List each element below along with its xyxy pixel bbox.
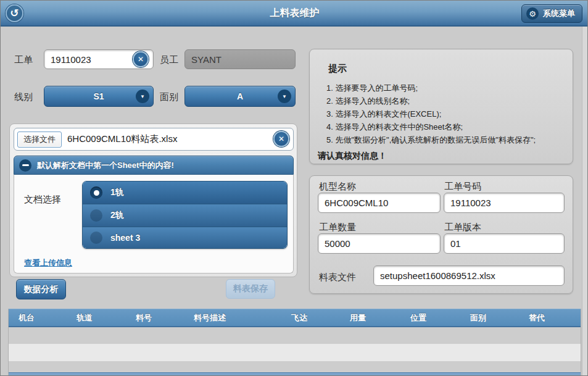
order-version-label: 工单版本 — [444, 222, 481, 233]
sheet-radio-3[interactable]: sheet 3 — [83, 227, 287, 249]
col-track: 轨道 — [67, 312, 126, 324]
upload-section: 选择文件 6HC009CML10料站表.xlsx ✕ 默认解析文档中第一个She… — [9, 123, 297, 277]
col-part-no: 料号 — [126, 312, 184, 324]
table-empty-area — [9, 361, 581, 372]
line-select[interactable]: S1 ▼ — [44, 86, 154, 107]
table-footer-strip — [9, 372, 581, 376]
col-position: 位置 — [400, 312, 460, 324]
sheet-radio-group: 1轨 2轨 sheet 3 — [82, 181, 288, 249]
radio-unselected-icon — [90, 209, 102, 222]
material-table: 机台 轨道 料号 料号描述 飞达 用量 位置 面别 替代 — [8, 309, 581, 376]
order-version-input[interactable] — [444, 233, 565, 254]
system-menu-button[interactable]: ⚙ 系统菜单 — [521, 4, 582, 23]
tips-footer-warning: 请认真核对信息！ — [318, 151, 387, 162]
data-analyze-button[interactable]: 数据分析 — [16, 279, 66, 299]
tip-line: 5. 先做"数据分析",确认系统解析的数据无误后做"料表保存"; — [326, 135, 536, 146]
order-qty-label: 工单数量 — [319, 222, 356, 233]
col-part-desc: 料号描述 — [184, 312, 281, 324]
radio-selected-icon — [90, 186, 102, 199]
tip-line: 4. 选择导入的料表文件中的Sheet名称; — [326, 122, 463, 133]
loading-table-maintenance-window: ↺ 上料表维护 ⚙ 系统菜单 工单 ✕ 员工 线别 S1 ▼ 面别 A ▼ 选择… — [0, 0, 588, 376]
sheet-collapsible-body: 文档选择 1轨 2轨 sheet 3 查看上传信息 — [14, 175, 294, 274]
file-clear-button[interactable]: ✕ — [273, 131, 289, 147]
line-select-value: S1 — [93, 91, 104, 101]
table-row — [9, 327, 581, 344]
collapse-minus-icon — [19, 159, 31, 172]
col-machine: 机台 — [9, 312, 67, 324]
work-order-info-panel: 机型名称 工单号码 工单数量 工单版本 料表文件 — [309, 175, 573, 294]
setup-sheet-file-label: 料表文件 — [319, 272, 356, 283]
sheet-collapsible-header[interactable]: 默认解析文档中第一个Sheet中的内容! — [14, 156, 294, 175]
file-input-row: 选择文件 6HC009CML10料站表.xlsx — [14, 128, 294, 151]
col-usage: 用量 — [340, 312, 400, 324]
line-label: 线别 — [14, 91, 33, 103]
side-select-value: A — [237, 91, 243, 101]
employee-label: 员工 — [160, 54, 178, 66]
selected-file-name: 6HC009CML10料站表.xlsx — [67, 133, 177, 145]
table-row — [9, 344, 581, 361]
sheet-radio-2[interactable]: 2轨 — [83, 204, 287, 226]
page-title: 上料表维护 — [1, 1, 588, 25]
chevron-down-icon: ▼ — [278, 90, 291, 103]
gear-icon: ⚙ — [526, 7, 539, 20]
table-save-button: 料表保存 — [226, 279, 275, 299]
tip-line: 3. 选择导入的料表文件(EXCEL); — [326, 109, 441, 120]
order-qty-input[interactable] — [318, 233, 441, 254]
order-number-input[interactable] — [444, 193, 565, 213]
doc-select-label: 文档选择 — [24, 194, 61, 206]
radio-unselected-icon — [90, 232, 102, 244]
work-order-clear-button[interactable]: ✕ — [133, 51, 149, 67]
model-name-label: 机型名称 — [319, 181, 356, 193]
employee-input — [184, 49, 296, 69]
tips-title: 提示 — [328, 63, 347, 75]
col-substitute: 替代 — [519, 312, 581, 324]
order-number-label: 工单号码 — [444, 181, 481, 193]
setup-sheet-file-input[interactable] — [373, 265, 565, 286]
side-label: 面别 — [160, 91, 178, 103]
work-order-label: 工单 — [14, 54, 33, 66]
chevron-down-icon: ▼ — [136, 90, 149, 103]
clear-x-icon: ✕ — [138, 55, 144, 64]
side-select[interactable]: A ▼ — [184, 86, 296, 107]
sheet-radio-1[interactable]: 1轨 — [83, 182, 287, 204]
tip-line: 1. 选择要导入的工单号码; — [326, 83, 418, 94]
clear-x-icon: ✕ — [278, 135, 284, 143]
collapsible-title: 默认解析文档中第一个Sheet中的内容! — [37, 160, 174, 171]
model-name-input[interactable] — [318, 193, 441, 213]
col-side: 面别 — [460, 312, 519, 324]
choose-file-button[interactable]: 选择文件 — [17, 132, 62, 148]
view-upload-info-link[interactable]: 查看上传信息 — [24, 257, 72, 269]
tip-line: 2. 选择导入的线别名称; — [326, 96, 410, 107]
col-feeder: 飞达 — [281, 312, 340, 324]
scrollbar-track[interactable] — [582, 27, 588, 376]
material-table-header: 机台 轨道 料号 料号描述 飞达 用量 位置 面别 替代 — [9, 309, 581, 327]
header-bar: ↺ 上料表维护 ⚙ 系统菜单 — [1, 1, 588, 27]
system-menu-label: 系统菜单 — [543, 8, 575, 19]
tips-panel: 提示 1. 选择要导入的工单号码; 2. 选择导入的线别名称; 3. 选择导入的… — [309, 49, 573, 164]
